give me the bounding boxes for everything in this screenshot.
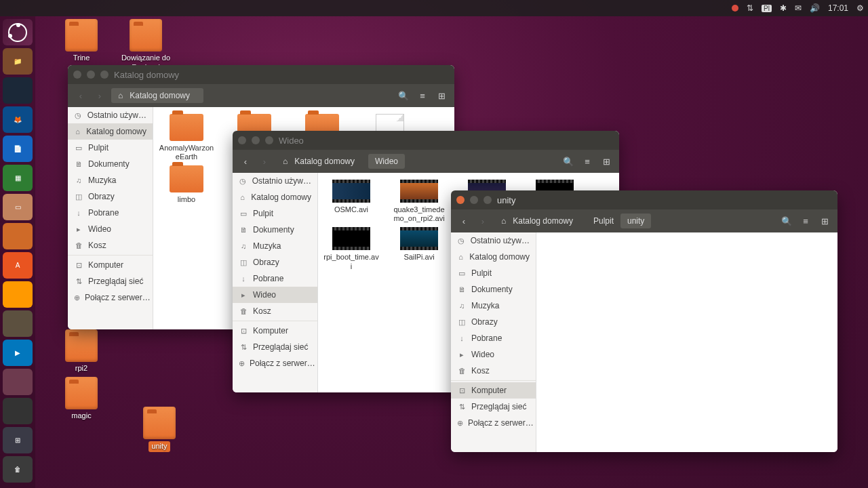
titlebar[interactable]: unity bbox=[451, 190, 837, 209]
titlebar[interactable]: Wideo bbox=[233, 131, 619, 150]
minimize-button[interactable] bbox=[470, 196, 478, 204]
sidebar-item[interactable]: ⊕Połącz z serwer… bbox=[451, 415, 536, 431]
desktop-icon-rochard[interactable]: Dowiązanie do Rochard bbox=[119, 19, 173, 73]
sidebar-item[interactable]: ⌂Katalog domowy bbox=[68, 123, 153, 140]
desktop-icon-magic[interactable]: magic bbox=[54, 377, 108, 421]
session-indicator[interactable]: ⚙ bbox=[856, 3, 864, 13]
breadcrumb[interactable]: ⌂Katalog domowy Pulpit unity bbox=[494, 214, 651, 228]
back-button[interactable]: ‹ bbox=[73, 88, 88, 103]
video-item[interactable]: quake3_timedemo_on_rpi2.avi bbox=[391, 180, 447, 223]
file-window-unity[interactable]: unity ‹ › ⌂Katalog domowy Pulpit unity 🔍… bbox=[451, 190, 837, 452]
forward-button[interactable]: › bbox=[92, 88, 107, 103]
sidebar-item[interactable]: ⌂Katalog domowy bbox=[233, 189, 317, 205]
list-view-icon[interactable]: ≡ bbox=[415, 88, 430, 103]
sound-indicator[interactable]: 🔊 bbox=[810, 3, 820, 13]
sidebar-item[interactable]: ⊡Komputer bbox=[451, 382, 536, 399]
grid-view-icon[interactable]: ⊞ bbox=[434, 88, 449, 103]
video-item[interactable]: OSMC.avi bbox=[323, 180, 379, 223]
sidebar-item[interactable]: ▸Wideo bbox=[68, 221, 153, 237]
app-icon-3[interactable] bbox=[3, 281, 33, 308]
back-button[interactable]: ‹ bbox=[456, 214, 471, 228]
folder-item[interactable]: AnomalyWarzoneEarth bbox=[159, 114, 214, 161]
minimize-button[interactable] bbox=[252, 136, 260, 144]
search-icon[interactable]: 🔍 bbox=[779, 214, 794, 228]
sidebar-item[interactable]: ◷Ostatnio używ… bbox=[451, 232, 536, 249]
close-button[interactable] bbox=[73, 70, 81, 79]
network-indicator[interactable]: ⇅ bbox=[747, 3, 753, 13]
sidebar-item[interactable]: ⊡Komputer bbox=[233, 323, 317, 339]
desktop-icon-trine[interactable]: Trine bbox=[54, 19, 108, 63]
list-view-icon[interactable]: ≡ bbox=[580, 154, 595, 169]
sidebar-item[interactable]: 🗑Kosz bbox=[68, 237, 153, 253]
sidebar-item[interactable]: ⇅Przeglądaj sieć bbox=[451, 399, 536, 415]
app-icon-1[interactable] bbox=[3, 77, 33, 104]
desktop-icon-rpi2[interactable]: rpi2 bbox=[54, 329, 108, 373]
forward-button[interactable]: › bbox=[257, 154, 272, 169]
firefox-icon[interactable]: 🦊 bbox=[3, 106, 33, 133]
sidebar-item[interactable]: 🗑Kosz bbox=[233, 303, 317, 319]
video-item[interactable]: SailPi.avi bbox=[391, 227, 447, 270]
grid-view-icon[interactable]: ⊞ bbox=[599, 154, 614, 169]
sidebar-item[interactable]: ▸Wideo bbox=[233, 287, 317, 303]
sidebar-item[interactable]: ↓Pobrane bbox=[233, 270, 317, 287]
forward-button[interactable]: › bbox=[475, 214, 490, 228]
maximize-button[interactable] bbox=[100, 70, 108, 79]
sidebar-item[interactable]: ⊡Komputer bbox=[68, 257, 153, 273]
sidebar-item[interactable]: ◷Ostatnio używ… bbox=[233, 173, 317, 189]
sidebar-item[interactable]: ↓Pobrane bbox=[451, 330, 536, 346]
sidebar-item[interactable]: ♫Muzyka bbox=[68, 172, 153, 188]
breadcrumb[interactable]: ⌂Katalog domowy bbox=[111, 88, 203, 103]
sidebar-item[interactable]: ◫Obrazy bbox=[68, 188, 153, 205]
minimize-button[interactable] bbox=[87, 70, 95, 79]
sidebar-item[interactable]: 🗎Dokumenty bbox=[233, 222, 317, 238]
mail-indicator[interactable]: ✉ bbox=[795, 3, 802, 13]
sidebar-item[interactable]: ▭Pulpit bbox=[233, 205, 317, 222]
sidebar-item[interactable]: ◫Obrazy bbox=[451, 314, 536, 330]
breadcrumb[interactable]: ⌂Katalog domowyWideo bbox=[276, 154, 405, 169]
app-icon-5[interactable] bbox=[3, 398, 33, 424]
search-icon[interactable]: 🔍 bbox=[396, 88, 411, 103]
sidebar-item[interactable]: ⌂Katalog domowy bbox=[451, 249, 536, 265]
sidebar-item[interactable]: ♫Muzyka bbox=[233, 238, 317, 254]
sidebar-item[interactable]: ◫Obrazy bbox=[233, 254, 317, 270]
sidebar-item[interactable]: ♫Muzyka bbox=[451, 298, 536, 314]
media-player-icon[interactable]: ▶ bbox=[3, 340, 33, 366]
gimp-icon[interactable] bbox=[3, 310, 33, 337]
sidebar-item[interactable]: ▸Wideo bbox=[451, 346, 536, 363]
desktop-icon-unity[interactable]: unity bbox=[132, 407, 186, 452]
dash-icon[interactable] bbox=[3, 19, 33, 45]
list-view-icon[interactable]: ≡ bbox=[798, 214, 813, 228]
sidebar-item[interactable]: ◷Ostatnio używ… bbox=[68, 107, 153, 123]
keyboard-layout[interactable]: Pl bbox=[762, 5, 772, 12]
sidebar-item[interactable]: ↓Pobrane bbox=[68, 205, 153, 221]
calc-icon[interactable]: ▦ bbox=[3, 165, 33, 191]
titlebar[interactable]: Katalog domowy bbox=[68, 65, 454, 84]
sidebar-item[interactable]: ▭Pulpit bbox=[451, 265, 536, 281]
writer-icon[interactable]: 📄 bbox=[3, 136, 33, 162]
close-button[interactable] bbox=[456, 196, 465, 204]
maximize-button[interactable] bbox=[265, 136, 273, 144]
files-icon[interactable]: 📁 bbox=[3, 48, 33, 75]
back-button[interactable]: ‹ bbox=[238, 154, 253, 169]
sidebar-item[interactable]: 🗑Kosz bbox=[451, 363, 536, 379]
grid-view-icon[interactable]: ⊞ bbox=[817, 214, 832, 228]
folder-item[interactable]: limbo bbox=[159, 165, 214, 204]
app-icon-2[interactable] bbox=[3, 223, 33, 249]
record-indicator[interactable] bbox=[732, 5, 738, 12]
impress-icon[interactable]: ▭ bbox=[3, 194, 33, 220]
sidebar-item[interactable]: 🗎Dokumenty bbox=[68, 156, 153, 172]
sidebar-item[interactable]: ▭Pulpit bbox=[68, 140, 153, 156]
software-center-icon[interactable]: A bbox=[3, 252, 33, 279]
workspace-switcher-icon[interactable]: ⊞ bbox=[3, 427, 33, 453]
sidebar-item[interactable]: ⊕Połącz z serwer… bbox=[68, 289, 153, 306]
close-button[interactable] bbox=[238, 136, 246, 144]
app-icon-4[interactable] bbox=[3, 369, 33, 395]
sidebar-item[interactable]: ⇅Przeglądaj sieć bbox=[233, 339, 317, 355]
trash-icon[interactable]: 🗑 bbox=[3, 456, 33, 483]
sidebar-item[interactable]: ⊕Połącz z serwer… bbox=[233, 355, 317, 371]
bluetooth-indicator[interactable]: ✱ bbox=[780, 3, 787, 13]
maximize-button[interactable] bbox=[484, 196, 492, 204]
search-icon[interactable]: 🔍 bbox=[561, 154, 576, 169]
sidebar-item[interactable]: ⇅Przeglądaj sieć bbox=[68, 273, 153, 289]
video-item[interactable]: rpi_boot_time.avi bbox=[323, 227, 379, 270]
